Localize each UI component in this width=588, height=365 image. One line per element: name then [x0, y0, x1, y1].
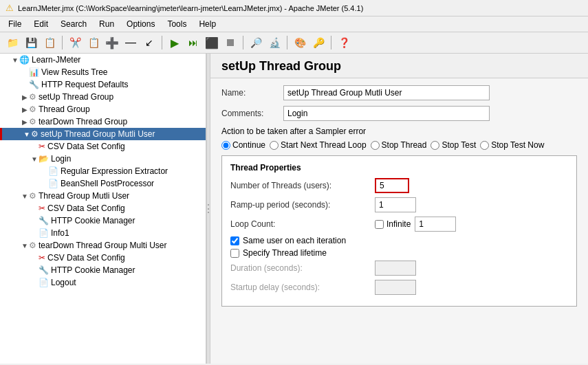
- tree-label-csv-data3: CSV Data Set Config: [47, 253, 125, 263]
- tree-label-csv-data: CSV Data Set Config: [47, 142, 125, 151]
- tree-item-csv-data2[interactable]: ✂ CSV Data Set Config: [0, 202, 206, 214]
- action-label: Action to be taken after a Sampler error: [221, 126, 577, 136]
- tree-item-beanshell[interactable]: 📄 BeanShell PostProcessor: [0, 177, 206, 190]
- tree-icon-csv-data2: ✂: [39, 203, 45, 213]
- toolbar-shutdown[interactable]: ⏹: [222, 34, 239, 51]
- tree-item-setup-tg[interactable]: ▶ ⚙ setUp Thread Group: [0, 91, 206, 103]
- specify-lifetime-row: Specify Thread lifetime: [230, 248, 568, 258]
- same-user-checkbox[interactable]: [230, 236, 239, 245]
- toolbar-add[interactable]: ➕: [104, 34, 120, 51]
- tree-item-logout[interactable]: 📄 Logout: [0, 276, 206, 289]
- menu-bar: File Edit Search Run Options Tools Help: [0, 16, 588, 32]
- toolbar-clear-all[interactable]: 🔬: [266, 34, 283, 51]
- menu-help[interactable]: Help: [193, 18, 221, 30]
- radio-stop-test-now[interactable]: Stop Test Now: [480, 140, 544, 150]
- radio-stop-test[interactable]: Stop Test: [431, 140, 476, 150]
- toolbar-new[interactable]: 📁: [4, 34, 21, 51]
- menu-tools[interactable]: Tools: [162, 18, 192, 30]
- num-threads-label: Number of Threads (users):: [230, 181, 375, 190]
- tree-label-teardown-tg: tearDown Thread Group: [39, 117, 127, 126]
- tree-icon-setup-tg-multi: ⚙: [31, 129, 39, 139]
- form-area: Name: Comments: Action to be taken after…: [210, 78, 588, 313]
- same-user-label: Same user on each iteration: [243, 236, 346, 245]
- tree-item-info1[interactable]: 📄 Info1: [0, 227, 206, 239]
- tree-item-http-cookie[interactable]: 🔧 HTTP Cookie Manager: [0, 214, 206, 227]
- tree-icon-teardown-multi: ⚙: [29, 241, 36, 250]
- tree-panel: ▼ 🌐 Learn-JMeter 📊 View Results Tree 🔧 H…: [0, 54, 206, 364]
- toolbar-remove[interactable]: —: [122, 34, 139, 51]
- comments-input[interactable]: [283, 106, 490, 121]
- radio-continue-input[interactable]: [221, 141, 230, 150]
- tree-label-thread-group: Thread Group: [39, 104, 90, 114]
- tree-item-http-defaults[interactable]: 🔧 HTTP Request Defaults: [0, 78, 206, 91]
- expand-arrow: ▼: [11, 56, 19, 64]
- toolbar-paste[interactable]: 📋: [85, 34, 102, 51]
- menu-file[interactable]: File: [3, 18, 27, 30]
- specify-lifetime-checkbox[interactable]: [230, 249, 239, 258]
- content-header: setUp Thread Group: [210, 54, 588, 78]
- num-threads-input[interactable]: [375, 178, 409, 193]
- tree-icon-csv-data: ✂: [39, 142, 45, 151]
- tree-item-teardown-tg[interactable]: ▶ ⚙ tearDown Thread Group: [0, 115, 206, 128]
- duration-input[interactable]: [375, 261, 416, 276]
- tree-item-view-results[interactable]: 📊 View Results Tree: [0, 66, 206, 78]
- radio-stop-test-input[interactable]: [431, 141, 439, 150]
- tree-label-setup-tg: setUp Thread Group: [39, 92, 113, 102]
- tree-item-http-cookie2[interactable]: 🔧 HTTP Cookie Manager: [0, 264, 206, 276]
- radio-stop-thread[interactable]: Stop Thread: [371, 140, 427, 150]
- tree-item-csv-data3[interactable]: ✂ CSV Data Set Config: [0, 252, 206, 264]
- tree-item-learn-jmeter[interactable]: ▼ 🌐 Learn-JMeter: [0, 54, 206, 66]
- toolbar-clear[interactable]: 🔎: [248, 34, 264, 51]
- tree-icon-teardown-tg: ⚙: [29, 117, 36, 126]
- radio-continue[interactable]: Continue: [221, 140, 265, 150]
- menu-options[interactable]: Options: [121, 18, 160, 30]
- tree-item-csv-data[interactable]: ✂ CSV Data Set Config: [0, 140, 206, 153]
- tree-icon-beanshell: 📄: [48, 179, 58, 188]
- radio-start-next[interactable]: Start Next Thread Loop: [270, 140, 367, 150]
- tree-icon-logout: 📄: [39, 278, 49, 287]
- toolbar-back[interactable]: ↙: [141, 34, 157, 51]
- toolbar-sep4: [287, 36, 287, 49]
- tree-label-info1: Info1: [51, 228, 69, 238]
- name-input[interactable]: [283, 85, 490, 100]
- toolbar-save[interactable]: 💾: [23, 34, 39, 51]
- toolbar-help[interactable]: ❓: [336, 34, 352, 51]
- tree-icon-login: 📂: [39, 154, 49, 164]
- num-threads-row: Number of Threads (users):: [230, 178, 568, 193]
- tree-label-beanshell: BeanShell PostProcessor: [61, 179, 154, 188]
- tree-icon-http-cookie2: 🔧: [39, 265, 49, 275]
- infinite-checkbox[interactable]: [375, 220, 384, 229]
- ramp-up-row: Ramp-up period (seconds):: [230, 197, 568, 212]
- tree-item-login[interactable]: ▼ 📂 Login: [0, 153, 206, 165]
- startup-delay-input[interactable]: [375, 280, 416, 295]
- thread-props-title: Thread Properties: [230, 163, 568, 173]
- ramp-up-input[interactable]: [375, 197, 416, 212]
- toolbar-start-no-pause[interactable]: ⏭: [185, 34, 202, 51]
- toolbar-stop[interactable]: ⬛: [204, 34, 220, 51]
- tree-icon-info1: 📄: [39, 228, 49, 238]
- loop-count-input[interactable]: [415, 217, 456, 232]
- radio-stop-test-now-input[interactable]: [480, 141, 489, 150]
- menu-search[interactable]: Search: [55, 18, 92, 30]
- toolbar-sep5: [331, 36, 331, 49]
- menu-run[interactable]: Run: [94, 18, 120, 30]
- infinite-checkbox-label[interactable]: Infinite: [375, 219, 411, 229]
- startup-delay-label: Startup delay (seconds):: [230, 283, 375, 292]
- tree-item-teardown-multi[interactable]: ▼ ⚙ tearDown Thread Group Multi User: [0, 239, 206, 252]
- menu-edit[interactable]: Edit: [28, 18, 54, 30]
- radio-stop-thread-input[interactable]: [371, 141, 380, 150]
- toolbar-sep3: [243, 36, 243, 49]
- tree-item-thread-group[interactable]: ▶ ⚙ Thread Group: [0, 103, 206, 115]
- radio-start-next-input[interactable]: [270, 141, 279, 150]
- tree-item-tg-multi[interactable]: ▼ ⚙ Thread Group Mutli User: [0, 190, 206, 202]
- toolbar-copy[interactable]: 📋: [41, 34, 58, 51]
- duration-label: Duration (seconds):: [230, 263, 375, 273]
- tree-item-setup-tg-multi[interactable]: ▼ ⚙ setUp Thread Group Mutli User: [0, 128, 206, 140]
- toolbar-template[interactable]: 🔑: [310, 34, 327, 51]
- toolbar-start[interactable]: ▶: [166, 34, 183, 51]
- tree-item-regex[interactable]: 📄 Regular Expression Extractor: [0, 165, 206, 177]
- name-label: Name:: [221, 88, 283, 98]
- toolbar-cut[interactable]: ✂️: [67, 34, 83, 51]
- toolbar-browse[interactable]: 🎨: [292, 34, 308, 51]
- same-user-row: Same user on each iteration: [230, 236, 568, 245]
